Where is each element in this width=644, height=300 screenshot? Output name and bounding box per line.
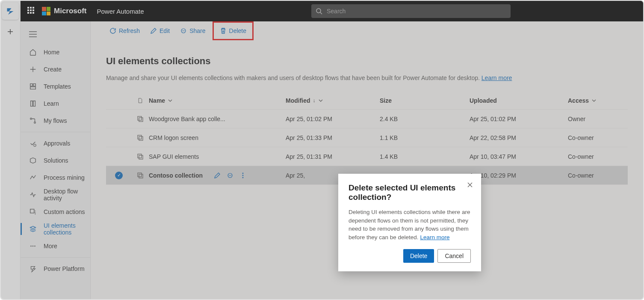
dialog-delete-button[interactable]: Delete bbox=[403, 249, 434, 263]
delete-confirmation-dialog: Delete selected UI elements collection? … bbox=[338, 174, 481, 271]
dialog-close-button[interactable] bbox=[465, 180, 475, 190]
modal-scrim bbox=[1, 1, 643, 299]
close-icon bbox=[467, 182, 473, 188]
dialog-learn-more-link[interactable]: Learn more bbox=[420, 234, 449, 241]
dialog-title: Delete selected UI elements collection? bbox=[349, 183, 471, 202]
dialog-body: Deleting UI elements collections while t… bbox=[349, 208, 471, 241]
dialog-cancel-button[interactable]: Cancel bbox=[437, 249, 471, 263]
